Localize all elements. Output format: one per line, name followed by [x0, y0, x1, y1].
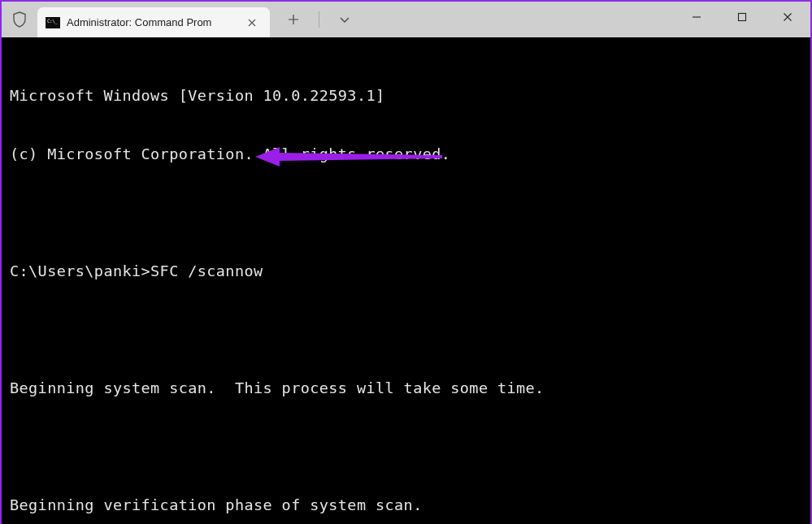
terminal-window: C:\_ Administrator: Command Prom — [2, 2, 810, 522]
terminal-line: C:\Users\panki>SFC /scannow — [10, 262, 804, 281]
tab-actions — [270, 2, 350, 37]
new-tab-button[interactable] — [288, 14, 299, 25]
terminal-body[interactable]: Microsoft Windows [Version 10.0.22593.1]… — [2, 37, 810, 524]
maximize-button[interactable] — [719, 2, 765, 32]
close-icon — [248, 19, 256, 27]
shield-icon — [12, 11, 27, 28]
app-shield-area — [2, 2, 37, 37]
plus-icon — [288, 14, 299, 25]
tab-title: Administrator: Command Prom — [67, 16, 237, 28]
close-window-button[interactable] — [765, 2, 810, 32]
active-tab[interactable]: C:\_ Administrator: Command Prom — [37, 7, 270, 37]
minimize-icon — [692, 12, 701, 22]
minimize-button[interactable] — [674, 2, 719, 32]
terminal-line: (c) Microsoft Corporation. All rights re… — [10, 145, 804, 164]
close-icon — [783, 12, 792, 22]
maximize-icon — [737, 12, 747, 22]
chevron-down-icon — [339, 14, 350, 25]
tab-close-button[interactable] — [244, 15, 260, 31]
window-controls — [674, 2, 810, 32]
svg-rect-0 — [739, 14, 746, 21]
terminal-line: Beginning verification phase of system s… — [10, 496, 804, 515]
terminal-line: Microsoft Windows [Version 10.0.22593.1] — [10, 86, 804, 106]
terminal-line — [10, 320, 804, 340]
titlebar[interactable]: C:\_ Administrator: Command Prom — [2, 2, 810, 37]
divider — [319, 11, 319, 28]
tab-dropdown-button[interactable] — [339, 14, 350, 25]
terminal-line: Beginning system scan. This process will… — [10, 379, 804, 398]
terminal-line — [10, 437, 804, 457]
terminal-line — [10, 203, 804, 223]
cmd-tab-icon: C:\_ — [46, 17, 60, 28]
